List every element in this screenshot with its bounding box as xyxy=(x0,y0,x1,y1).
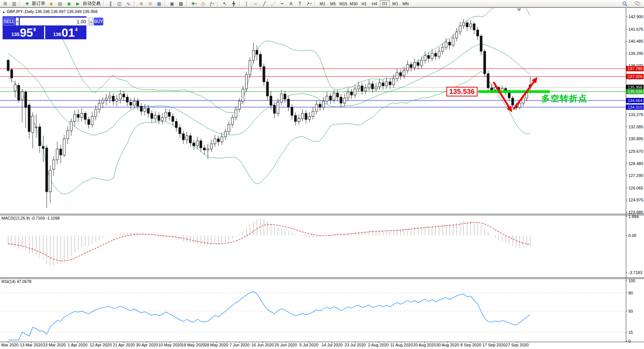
svg-text:50: 50 xyxy=(628,309,633,313)
buy-price[interactable]: 136 01 4 xyxy=(45,26,86,39)
market-watch-icon: ◆ xyxy=(49,1,53,6)
profiles-button[interactable]: ▥ xyxy=(10,0,19,7)
svg-text:5 Jul 2020: 5 Jul 2020 xyxy=(300,343,318,347)
svg-text:23 Jul 2020: 23 Jul 2020 xyxy=(345,343,366,347)
trendline-button[interactable]: ╱ xyxy=(260,0,269,7)
new-chart-icon: ⊞ xyxy=(3,1,7,6)
volume-input[interactable] xyxy=(20,17,89,26)
toolbar-separator xyxy=(134,1,136,7)
toolbar-separator xyxy=(165,1,166,7)
fibo-grid-icon: ┅ xyxy=(281,1,283,6)
timeframe-m1-button[interactable]: M1 xyxy=(318,0,327,7)
turning-point-annotation[interactable]: 多空转折点 xyxy=(541,93,588,104)
volume-decrease-button[interactable]: ▼ xyxy=(16,17,19,26)
date-axis: 4 Mar 202013 Mar 202023 Mar 20201 Apr 20… xyxy=(0,342,529,347)
horizontal-line-button[interactable]: ─ xyxy=(251,0,260,7)
buy-price-pip: 4 xyxy=(75,27,78,32)
indicators-button[interactable]: ƒ▾ xyxy=(207,0,216,7)
trendline-icon: ╱ xyxy=(263,1,265,6)
buy-price-prefix: 136 xyxy=(53,32,61,37)
toolbar-separator xyxy=(186,1,188,7)
svg-text:0.00: 0.00 xyxy=(628,233,636,238)
text-icon: A xyxy=(290,1,293,6)
toolbar-separator xyxy=(20,1,22,7)
auto-trading-label: 自动交易 xyxy=(83,0,100,7)
svg-text:-3.7183: -3.7183 xyxy=(628,270,642,275)
candlestick-chart-button[interactable]: ◫ xyxy=(115,0,124,7)
sell-button[interactable]: SELL xyxy=(3,17,15,26)
fibonacci-button[interactable]: ⋰ xyxy=(269,0,278,7)
buy-button[interactable]: BUY xyxy=(93,17,103,26)
timeframe-m5-button[interactable]: M5 xyxy=(328,0,338,7)
timeframe-w1-button[interactable]: W1 xyxy=(390,0,400,7)
support-price-label[interactable]: 135.536 xyxy=(446,87,478,96)
svg-text:124.875: 124.875 xyxy=(628,198,643,202)
svg-text:7 Jun 2020: 7 Jun 2020 xyxy=(229,343,250,347)
signals-icon: ◉ xyxy=(67,1,71,6)
chat-icon[interactable] xyxy=(633,0,642,7)
auto-trading-button[interactable]: ▶ xyxy=(73,0,82,7)
symbol-collapse-icon[interactable]: ▲ xyxy=(2,10,5,14)
svg-text:1 Apr 2020: 1 Apr 2020 xyxy=(68,343,87,347)
bar-chart-button[interactable]: ║ xyxy=(106,0,115,7)
new-chart-button[interactable]: ⊞ xyxy=(1,0,10,7)
fibonacci-icon: ⋰ xyxy=(271,1,275,6)
new-order-button[interactable]: ✚ xyxy=(23,0,32,7)
cursor-button[interactable]: ↖ xyxy=(220,0,229,7)
volume-increase-button[interactable]: ▲ xyxy=(89,17,93,26)
svg-text:137.789: 137.789 xyxy=(628,66,643,71)
tile-windows-icon: ▦ xyxy=(157,1,161,6)
support-zone-bar[interactable] xyxy=(478,90,550,93)
sell-price[interactable]: 135 95 8 xyxy=(3,26,44,39)
timeframe-h1-button[interactable]: H1 xyxy=(359,0,369,7)
svg-text:0: 0 xyxy=(628,339,631,343)
svg-text:140.485: 140.485 xyxy=(628,39,643,43)
svg-text:134.664: 134.664 xyxy=(628,98,643,103)
svg-text:135.536: 135.536 xyxy=(628,89,643,94)
bar-chart-icon: ║ xyxy=(109,1,112,6)
text-label-button[interactable]: T xyxy=(295,0,304,7)
timeframe-mn-button[interactable]: MN xyxy=(401,0,410,7)
arrow-tools-button[interactable]: ↗▾ xyxy=(304,0,313,7)
signals-button[interactable]: ◉ xyxy=(65,0,73,7)
zoom-out-button[interactable]: ⊖ xyxy=(146,0,155,7)
svg-text:80: 80 xyxy=(628,291,633,295)
fibo-grid-button[interactable]: ┅ xyxy=(278,0,287,7)
vertical-line-button[interactable]: │ xyxy=(242,0,251,7)
dropdown-arrow-icon: ▾ xyxy=(310,2,312,5)
line-chart-button[interactable]: ∿ xyxy=(124,0,133,7)
data-window-button[interactable]: ▩ xyxy=(176,0,185,7)
horizontal-line-icon: ─ xyxy=(254,1,257,6)
arrange-windows-button[interactable]: ▣ xyxy=(168,0,176,7)
text-label-icon: T xyxy=(298,1,301,6)
svg-text:141.675: 141.675 xyxy=(628,27,643,32)
sell-price-main: 95 xyxy=(20,27,33,38)
strategy-tester-button[interactable]: ▤ xyxy=(56,0,65,7)
period-clock-button[interactable]: ◷ xyxy=(198,0,207,7)
tile-windows-button[interactable]: ▦ xyxy=(155,0,164,7)
timeframe-m15-button[interactable]: M15 xyxy=(338,0,348,7)
arrow-tools-icon: ↗ xyxy=(306,1,310,6)
crosshair-button[interactable]: ╋ xyxy=(229,0,238,7)
timeframe-h4-button[interactable]: H4 xyxy=(370,0,379,7)
new-order-label: 新订单 xyxy=(32,0,45,7)
svg-text:130.895: 130.895 xyxy=(628,136,643,141)
one-click-trade-panel: SELL ▼ ▲ BUY 135 95 8 136 01 4 xyxy=(3,16,86,39)
new-order-icon: ✚ xyxy=(25,1,29,6)
zoom-in-button[interactable]: ⊕ xyxy=(137,0,146,7)
chart-canvas[interactable]: 142.900141.675140.485139.295138.070136.8… xyxy=(0,0,644,349)
svg-text:8 Sep 2020: 8 Sep 2020 xyxy=(460,343,481,347)
timeframe-m30-button[interactable]: M30 xyxy=(349,0,359,7)
templates-button[interactable]: ✚▾ xyxy=(189,0,198,7)
svg-text:133.275: 133.275 xyxy=(628,112,643,117)
search-icon[interactable] xyxy=(620,0,629,7)
text-button[interactable]: A xyxy=(287,0,295,7)
rsi-indicator-label: RSI(14) 47.0578 xyxy=(1,279,32,284)
svg-text:137.026: 137.026 xyxy=(628,74,643,79)
timeframe-d1-button[interactable]: D1 xyxy=(380,0,390,7)
main-toolbar: ⊞▥✚新订单◆▤◉▶自动交易║◫∿⊕⊖▦▣▩✚▾◷ƒ▾↖╋│─╱⋰┅AT↗▾ M… xyxy=(0,0,644,7)
svg-text:126.065: 126.065 xyxy=(628,186,643,190)
timeframe-toolbar: M1M5M15M30H1H4D1W1MN xyxy=(317,0,411,7)
market-watch-button[interactable]: ◆ xyxy=(47,0,56,7)
svg-text:139.295: 139.295 xyxy=(628,51,643,56)
